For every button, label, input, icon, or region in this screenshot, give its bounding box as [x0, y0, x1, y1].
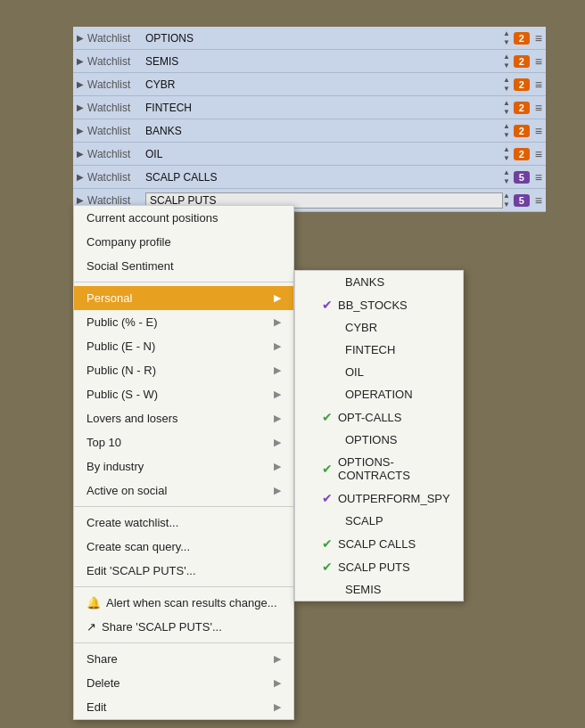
up-arrow[interactable]: ▲ [503, 99, 510, 108]
stepper[interactable]: ▲ ▼ [503, 99, 510, 117]
menu-item-public-e-n[interactable]: Public (E - N) ▶ [74, 334, 293, 358]
down-arrow[interactable]: ▼ [503, 200, 510, 209]
up-arrow[interactable]: ▲ [503, 76, 510, 85]
stepper[interactable]: ▲ ▼ [503, 76, 510, 94]
watchlist-row[interactable]: ▶ Watchlist OPTIONS ▲ ▼ 2 ≡ [73, 27, 546, 50]
menu-item-current-account[interactable]: Current account positions [74, 206, 293, 230]
submenu-arrow: ▶ [274, 701, 281, 713]
menu-item-label: 🔔Alert when scan results change... [87, 596, 277, 609]
submenu-item-scalp-puts[interactable]: ✔SCALP PUTS [295, 555, 463, 578]
stepper[interactable]: ▲ ▼ [503, 29, 510, 47]
menu-item-social-sentiment[interactable]: Social Sentiment [74, 254, 293, 278]
menu-item-edit-scalp-puts[interactable]: Edit 'SCALP PUTS'... [74, 559, 293, 583]
up-arrow[interactable]: ▲ [503, 29, 510, 38]
expand-arrow[interactable]: ▶ [77, 172, 84, 182]
row-menu-icon[interactable]: ≡ [535, 124, 542, 138]
expand-arrow[interactable]: ▶ [77, 79, 84, 89]
stepper[interactable]: ▲ ▼ [503, 192, 510, 209]
row-menu-icon[interactable]: ≡ [535, 101, 542, 115]
expand-arrow[interactable]: ▶ [77, 149, 84, 159]
badge: 2 [514, 102, 530, 114]
row-menu-icon[interactable]: ≡ [535, 170, 542, 184]
row-menu-icon[interactable]: ≡ [535, 193, 542, 208]
expand-arrow[interactable]: ▶ [77, 33, 84, 43]
submenu-item-fintech[interactable]: FINTECH [295, 339, 463, 361]
menu-item-label: Top 10 [87, 436, 121, 449]
row-menu-icon[interactable]: ≡ [535, 31, 542, 45]
menu-item-create-watchlist[interactable]: Create watchlist... [74, 511, 293, 535]
submenu-item-outperform-spy[interactable]: ✔OUTPERFORM_SPY [295, 487, 463, 510]
up-arrow[interactable]: ▲ [503, 145, 510, 154]
menu-item-label: By industry [87, 460, 144, 473]
expand-arrow[interactable]: ▶ [77, 56, 84, 66]
menu-item-public-n-r[interactable]: Public (N - R) ▶ [74, 358, 293, 382]
submenu-item-operation[interactable]: OPERATION [295, 383, 463, 405]
watchlist-label: Watchlist [87, 102, 145, 114]
up-arrow[interactable]: ▲ [503, 168, 510, 177]
menu-item-active-social[interactable]: Active on social ▶ [74, 479, 293, 503]
submenu-item-cybr[interactable]: CYBR [295, 316, 463, 339]
submenu-item-oil[interactable]: OIL [295, 361, 463, 383]
submenu-arrow: ▶ [274, 437, 281, 448]
down-arrow[interactable]: ▼ [503, 61, 510, 70]
menu-item-public-s-w[interactable]: Public (S - W) ▶ [74, 382, 293, 406]
up-arrow[interactable]: ▲ [503, 122, 510, 131]
watchlist-row[interactable]: ▶ Watchlist FINTECH ▲ ▼ 2 ≡ [73, 96, 546, 119]
submenu-item-bb-stocks[interactable]: ✔BB_STOCKS [295, 293, 463, 316]
menu-item-personal[interactable]: Personal ▶ [74, 286, 293, 310]
menu-divider [74, 282, 293, 282]
expand-arrow[interactable]: ▶ [77, 102, 84, 112]
badge: 5 [514, 194, 530, 207]
menu-item-edit[interactable]: Edit ▶ [74, 695, 293, 719]
row-menu-icon[interactable]: ≡ [535, 147, 542, 161]
down-arrow[interactable]: ▼ [503, 154, 510, 163]
submenu-item-label: BB_STOCKS [338, 299, 408, 312]
menu-item-lovers-losers[interactable]: Lovers and losers ▶ [74, 406, 293, 430]
watchlist-row[interactable]: ▶ Watchlist SCALP CALLS ▲ ▼ 5 ≡ [73, 166, 546, 189]
expand-arrow[interactable]: ▶ [77, 126, 84, 135]
submenu-item-label: BANKS [345, 275, 384, 289]
menu-item-label: Create watchlist... [87, 516, 178, 529]
watchlist-row[interactable]: ▶ Watchlist SEMIS ▲ ▼ 2 ≡ [73, 50, 546, 73]
stepper[interactable]: ▲ ▼ [503, 168, 510, 186]
down-arrow[interactable]: ▼ [503, 38, 510, 47]
submenu-item-opt-calls[interactable]: ✔OPT-CALLS [295, 405, 463, 429]
submenu-item-banks[interactable]: BANKS [295, 271, 463, 293]
menu-item-top-10[interactable]: Top 10 ▶ [74, 430, 293, 454]
submenu-item-label: SEMIS [345, 583, 381, 596]
watchlist-row[interactable]: ▶ Watchlist BANKS ▲ ▼ 2 ≡ [73, 119, 546, 143]
menu-item-share[interactable]: Share ▶ [74, 647, 293, 671]
menu-item-share-scalp-puts[interactable]: ↗Share 'SCALP PUTS'... [74, 615, 293, 639]
expand-arrow[interactable]: ▶ [77, 195, 84, 205]
stepper[interactable]: ▲ ▼ [503, 122, 510, 140]
submenu-arrow: ▶ [274, 292, 281, 304]
menu-item-create-scan[interactable]: Create scan query... [74, 535, 293, 559]
menu-item-by-industry[interactable]: By industry ▶ [74, 454, 293, 479]
badge: 2 [514, 148, 530, 160]
down-arrow[interactable]: ▼ [503, 85, 510, 94]
up-arrow[interactable]: ▲ [503, 53, 510, 61]
submenu-item-label: SCALP CALLS [338, 537, 416, 551]
submenu-item-scalp-calls[interactable]: ✔SCALP CALLS [295, 532, 463, 555]
down-arrow[interactable]: ▼ [503, 177, 510, 186]
up-arrow[interactable]: ▲ [503, 192, 510, 200]
submenu-item-label: OPERATION [345, 388, 413, 401]
menu-item-public-e[interactable]: Public (% - E) ▶ [74, 310, 293, 334]
stepper[interactable]: ▲ ▼ [503, 145, 510, 163]
submenu-item-scalp[interactable]: SCALP [295, 510, 463, 532]
down-arrow[interactable]: ▼ [503, 131, 510, 140]
watchlist-label: Watchlist [87, 32, 145, 45]
check-icon-purple: ✔ [322, 491, 333, 505]
row-menu-icon[interactable]: ≡ [535, 54, 542, 69]
menu-item-delete[interactable]: Delete ▶ [74, 671, 293, 695]
menu-item-alert-scan[interactable]: 🔔Alert when scan results change... [74, 591, 293, 615]
row-menu-icon[interactable]: ≡ [535, 78, 542, 92]
submenu-item-semis[interactable]: SEMIS [295, 578, 463, 601]
stepper[interactable]: ▲ ▼ [503, 53, 510, 70]
submenu-item-options-contracts[interactable]: ✔OPTIONS-CONTRACTS [295, 451, 463, 487]
submenu-item-options[interactable]: OPTIONS [295, 429, 463, 451]
watchlist-row[interactable]: ▶ Watchlist CYBR ▲ ▼ 2 ≡ [73, 73, 546, 96]
menu-item-company-profile[interactable]: Company profile [74, 230, 293, 254]
watchlist-row[interactable]: ▶ Watchlist OIL ▲ ▼ 2 ≡ [73, 143, 546, 166]
down-arrow[interactable]: ▼ [503, 108, 510, 117]
